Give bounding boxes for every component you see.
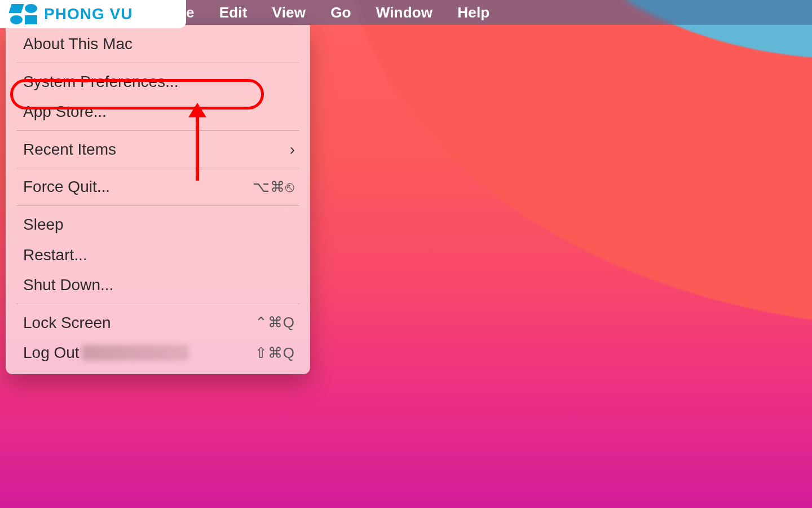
menu-item-force-quit[interactable]: Force Quit... ⌥⌘⎋	[6, 172, 310, 202]
menu-separator	[16, 63, 299, 63]
menu-item-lock-screen[interactable]: Lock Screen ⌃⌘Q	[6, 308, 310, 338]
menubar-item-view[interactable]: View	[272, 4, 306, 21]
log-out-text: Log Out	[23, 343, 80, 362]
menubar-item-help[interactable]: Help	[457, 4, 489, 21]
menu-item-label: About This Mac	[23, 34, 133, 54]
menu-item-restart[interactable]: Restart...	[6, 240, 310, 270]
menu-item-label: Shut Down...	[23, 275, 113, 295]
menu-item-label: Sleep	[23, 215, 64, 234]
menu-item-system-preferences[interactable]: System Preferences...	[6, 67, 310, 97]
keyboard-shortcut: ⇧⌘Q	[255, 344, 295, 362]
menu-item-label: Lock Screen	[23, 313, 111, 332]
menu-item-label: Restart...	[23, 246, 87, 265]
menu-item-sleep[interactable]: Sleep	[6, 209, 310, 240]
phongvu-logo-text: PHONG VU	[44, 5, 133, 23]
menu-item-label: Log Out	[23, 343, 189, 362]
menu-separator	[16, 130, 299, 131]
phongvu-logo-icon	[10, 4, 38, 24]
menu-item-log-out[interactable]: Log Out ⇧⌘Q	[6, 338, 310, 368]
menu-item-label: System Preferences...	[23, 72, 178, 91]
menu-item-label: Force Quit...	[23, 177, 110, 196]
menu-item-shut-down[interactable]: Shut Down...	[6, 270, 310, 300]
menubar-item-go[interactable]: Go	[330, 4, 351, 21]
menu-item-about-this-mac[interactable]: About This Mac	[6, 29, 310, 59]
menu-item-label: Recent Items	[23, 140, 116, 159]
menu-separator	[16, 304, 299, 304]
apple-menu-dropdown: About This Mac System Preferences... App…	[6, 25, 310, 374]
chevron-right-icon: ›	[290, 140, 295, 159]
watermark-logo: PHONG VU	[0, 0, 186, 28]
menu-item-label: App Store...	[23, 102, 107, 121]
keyboard-shortcut: ⌥⌘⎋	[253, 178, 295, 196]
menu-separator	[16, 205, 299, 206]
menu-separator	[16, 168, 299, 168]
menubar-item-window[interactable]: Window	[376, 4, 433, 21]
menu-item-app-store[interactable]: App Store...	[6, 97, 310, 127]
desktop-wallpaper: e Edit View Go Window Help PHONG VU Abou…	[0, 0, 812, 508]
menu-item-recent-items[interactable]: Recent Items ›	[6, 134, 310, 165]
menubar-fragment: e	[186, 4, 195, 21]
redacted-username	[82, 345, 189, 361]
menubar-item-edit[interactable]: Edit	[219, 4, 248, 21]
keyboard-shortcut: ⌃⌘Q	[255, 314, 295, 331]
